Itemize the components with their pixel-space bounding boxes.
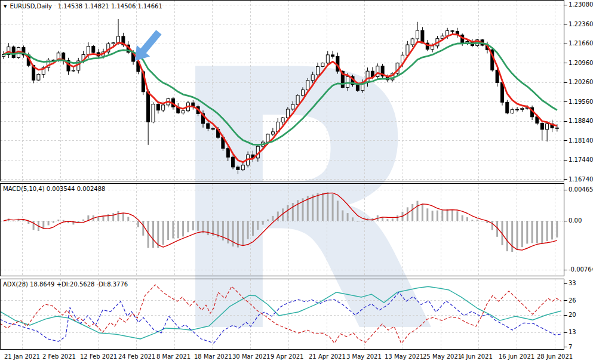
price-axis-label: 1.20260 [569, 79, 593, 86]
time-axis-label: 30 Mar 2021 [232, 353, 270, 360]
price-axis-label: 1.18140 [569, 137, 593, 144]
time-axis-label: 21 Jan 2021 [4, 353, 40, 360]
time-axis-label: 28 Jun 2021 [537, 353, 573, 360]
adx-header: ADX(28) 18.8649 +DI:20.5628 -DI:8.3776 [3, 281, 128, 288]
macd-header: MACD(5,10,4) 0.003544 0.002488 [3, 186, 105, 192]
symbol-dropdown-icon[interactable]: ▼ [4, 4, 7, 9]
macd-axis-label: -0.007649 [569, 266, 593, 273]
adx-axis-label: 13 [569, 329, 576, 336]
time-axis-label: 24 Feb 2021 [118, 353, 155, 360]
price-axis-label: 1.16740 [569, 176, 593, 183]
adx-axis-label: 33 [569, 280, 576, 287]
price-axis-label: 1.22360 [569, 21, 593, 28]
time-axis-label: 9 Apr 2021 [271, 353, 303, 360]
ohlc-values: 1.14538 1.14821 1.14506 1.14661 [58, 3, 162, 10]
time-scale[interactable]: 21 Jan 20212 Feb 202112 Feb 202124 Feb 2… [0, 350, 593, 364]
time-axis-label: 18 Mar 2021 [194, 353, 232, 360]
macd-axis-label: 0.00 [569, 217, 582, 224]
time-axis-label: 12 Feb 2021 [80, 353, 117, 360]
time-axis-label: 25 May 2021 [423, 353, 462, 360]
time-axis-label: 21 Apr 2021 [309, 353, 346, 360]
chart-canvas[interactable]: R [0, 0, 593, 364]
price-axis-label: 1.17440 [569, 156, 593, 164]
time-axis-label: 2 Feb 2021 [42, 353, 76, 360]
time-axis-label: 3 May 2021 [346, 353, 382, 360]
price-scale[interactable]: 1.230801.223601.216601.209601.202601.195… [564, 0, 593, 350]
symbol-label: EURUSD,Daily [10, 3, 51, 10]
price-axis-label: 1.19560 [569, 98, 593, 106]
chart-window: R ▼EURUSD,Daily1.14538 1.14821 1.14506 1… [0, 0, 593, 364]
time-axis-label: 16 Jun 2021 [499, 353, 534, 360]
macd-axis-label: 0.004651 [569, 186, 593, 193]
time-axis-label: 8 Mar 2021 [156, 353, 191, 360]
time-axis-label: 4 Jun 2021 [460, 353, 493, 360]
time-axis-label: 13 May 2021 [385, 353, 423, 360]
price-axis-label: 1.18840 [569, 118, 593, 125]
watermark-letter: R [162, 0, 438, 364]
adx-axis-label: 26 [569, 297, 576, 304]
price-axis-label: 1.23080 [569, 1, 593, 8]
price-axis-label: 1.20960 [569, 60, 593, 67]
chart-header: ▼EURUSD,Daily1.14538 1.14821 1.14506 1.1… [4, 3, 162, 10]
price-axis-label: 1.21660 [569, 40, 593, 47]
adx-axis-label: 20 [569, 311, 576, 319]
